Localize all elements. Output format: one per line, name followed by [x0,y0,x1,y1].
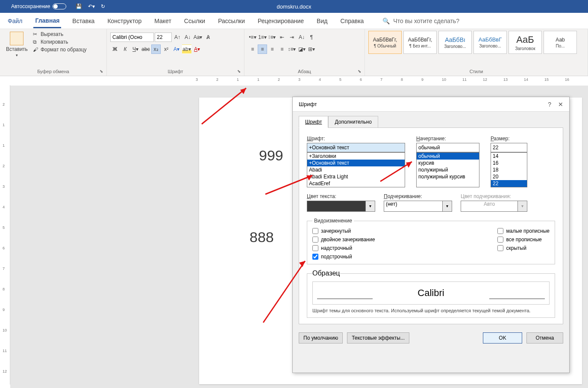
chk-sub[interactable]: подстрочный [312,254,375,260]
dialog-tab-advanced[interactable]: Дополнительно [328,116,378,128]
numbering-icon[interactable]: 1≡▾ [258,33,267,42]
copy-button[interactable]: ⧉Копировать [32,39,88,45]
line-spacing-icon[interactable]: ↕≡▾ [287,44,297,54]
list-option[interactable]: Abadi Extra Light [307,173,405,180]
style-item[interactable]: АаБбВвГг,¶ Без инт... [403,31,437,54]
strike-button[interactable]: abc [141,44,150,54]
chk-dblstrike[interactable]: двойное зачеркивание [312,237,375,243]
tell-me-search[interactable]: 🔍 Что вы хотите сделать? [382,18,459,24]
cut-button[interactable]: ✂Вырезать [32,31,88,38]
underline-button[interactable]: Ч▾ [131,44,140,54]
tab-view[interactable]: Вид [315,14,329,27]
show-marks-icon[interactable]: ¶ [307,33,316,42]
shading-icon[interactable]: ◪▾ [297,44,306,54]
clipboard-launcher-icon[interactable]: ⬊ [100,69,105,74]
ruler-vertical[interactable]: 21123456789101112 [0,85,10,385]
tab-home[interactable]: Главная [33,14,61,28]
highlight-button[interactable]: ab▾ [182,44,191,54]
chk-smallcaps[interactable]: малые прописные [497,228,550,234]
text-effects-button[interactable]: A▾ [172,44,181,54]
subscript-button[interactable]: x₂ [151,44,161,54]
font-color-combo[interactable]: ▾ [307,201,375,212]
list-option[interactable]: AcadEref [307,180,405,187]
bold-button[interactable]: Ж [110,44,120,54]
justify-icon[interactable]: ≡ [277,44,287,54]
grow-font-icon[interactable]: A↑ [173,33,182,42]
save-icon[interactable]: 💾 [76,3,82,9]
list-option[interactable]: Abadi [307,166,405,173]
tab-file[interactable]: Файл [6,14,24,27]
chk-strike[interactable]: зачеркнутый [312,228,375,234]
size-listbox[interactable]: 1416182022 [491,152,527,187]
style-item[interactable]: АаБбВıЗаголово... [438,31,472,54]
list-option[interactable]: полужирный курсив [417,173,479,180]
list-option[interactable]: +Основной текст [307,160,405,166]
undo-icon[interactable]: ↶▾ [88,3,95,9]
tab-help[interactable]: Справка [338,14,365,27]
tab-review[interactable]: Рецензирование [256,14,306,27]
style-input[interactable] [416,143,479,152]
bullets-icon[interactable]: •≡▾ [248,33,257,42]
doc-text-999: 999 [259,147,283,164]
underline-combo[interactable]: (нет)▾ [384,201,452,212]
font-size-select[interactable] [155,33,172,42]
search-placeholder: Что вы хотите сделать? [393,18,459,24]
brush-icon: 🖌 [33,47,39,53]
list-option[interactable]: полужирный [417,166,479,173]
format-painter-button[interactable]: 🖌Формат по образцу [32,46,88,53]
close-icon[interactable]: ✕ [558,101,563,108]
redo-icon[interactable]: ↻ [101,3,105,9]
font-name-select[interactable] [110,33,154,42]
tab-design[interactable]: Конструктор [106,14,143,27]
align-left-icon[interactable]: ≡ [248,44,257,54]
clear-format-icon[interactable]: A̷ [203,33,213,42]
paragraph-launcher-icon[interactable]: ⬊ [358,69,363,74]
tab-insert[interactable]: Вставка [71,14,96,27]
list-option[interactable]: +Заголовки [307,153,405,160]
list-option[interactable]: 18 [491,166,527,173]
italic-button[interactable]: К [121,44,130,54]
style-listbox[interactable]: обычныйкурсивполужирныйполужирный курсив [416,152,479,187]
font-color-button[interactable]: A▾ [192,44,202,54]
list-option[interactable]: 20 [491,173,527,180]
style-item[interactable]: АаБЗаголовок [509,31,542,54]
list-option[interactable]: обычный [417,153,479,160]
chk-super[interactable]: надстрочный [312,245,375,251]
multilevel-icon[interactable]: ⁝≡▾ [268,33,277,42]
font-input[interactable] [307,143,405,152]
shrink-font-icon[interactable]: A↓ [183,33,192,42]
sort-icon[interactable]: A↓ [297,33,306,42]
change-case-icon[interactable]: Aa▾ [193,33,203,42]
outdent-icon[interactable]: ⇤ [277,33,287,42]
tab-references[interactable]: Ссылки [182,14,207,27]
list-option[interactable]: 14 [491,153,527,160]
borders-icon[interactable]: ⊞▾ [307,44,316,54]
list-option[interactable]: 16 [491,160,527,166]
help-icon[interactable]: ? [548,101,551,108]
style-item[interactable]: АаБбВвГЗаголово... [473,31,507,54]
style-item[interactable]: АаБбВвГг,¶ Обычный [368,31,402,54]
font-listbox[interactable]: +Заголовки+Основной текстAbadiAbadi Extr… [307,152,405,187]
align-center-icon[interactable]: ≡ [258,44,267,54]
style-item[interactable]: АаbПо... [544,31,577,54]
paste-button[interactable]: Вставить ▾ [3,31,30,69]
chk-allcaps[interactable]: все прописные [497,237,550,243]
align-right-icon[interactable]: ≡ [268,44,277,54]
ok-label: OK [499,335,506,341]
tab-mailings[interactable]: Рассылки [216,14,247,27]
cancel-button[interactable]: Отмена [526,332,563,344]
list-option[interactable]: 22 [491,180,527,187]
tab-layout[interactable]: Макет [153,14,173,27]
ruler-horizontal[interactable]: 32112345678910111213141516 [0,76,588,86]
ok-button[interactable]: OK [483,332,522,344]
font-launcher-icon[interactable]: ⬊ [237,69,242,74]
indent-icon[interactable]: ⇥ [287,33,297,42]
superscript-button[interactable]: x² [162,44,171,54]
autosave-toggle[interactable]: Автосохранение [8,3,70,9]
chk-hidden[interactable]: скрытый [497,245,550,251]
default-button[interactable]: По умолчанию [299,332,343,344]
list-option[interactable]: курсив [417,160,479,166]
size-input[interactable] [491,143,527,152]
dialog-tab-font[interactable]: Шрифт [299,116,328,128]
text-effects-button[interactable]: Текстовые эффекты... [347,332,409,344]
